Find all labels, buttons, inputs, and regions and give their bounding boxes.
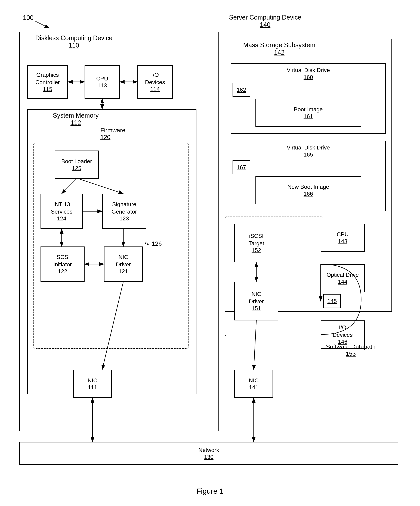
boot-image-box: Boot Image 161 [256,99,361,127]
nic-driver-151-box: NIC Driver 151 [234,282,278,320]
diagram: 100 Server Computing Device 140 Diskless… [0,0,420,506]
vdd-160-box: Virtual Disk Drive 160 Boot Image 161 [231,63,386,134]
label-126: ∿ 126 [144,240,162,247]
cpu-143-box: CPU 143 [321,224,365,252]
graphics-controller-box: Graphics Controller 115 [27,65,68,99]
nic-driver-121-box: NIC Driver 121 [104,246,143,282]
diskless-title: Diskless Computing Device 110 [35,34,112,49]
ref-num: 100 [23,14,34,21]
io-devices-114-box: I/O Devices 114 [137,65,173,99]
new-boot-image-box: New Boot Image 166 [256,176,361,204]
optical-drive-box: Optical Drive 144 [321,264,365,292]
box-145: 145 [323,294,341,308]
firmware-label: Firmware 120 [101,127,125,140]
nic-141-box: NIC 141 [234,370,273,398]
iscsi-target-box: iSCSI Target 152 [234,224,278,262]
nic-111-box: NIC 111 [73,370,112,398]
iscsi-init-box: iSCSI Initiator 122 [41,246,85,282]
boot-loader-box: Boot Loader 125 [55,151,99,179]
server-label: Server Computing Device 140 [229,14,301,28]
vdd-165-box: Virtual Disk Drive 165 New Boot Image 16… [231,141,386,211]
software-datapath-label: Software Datapath 153 [326,343,376,357]
figure-label: Figure 1 [0,487,420,495]
system-memory-title: System Memory 112 [53,112,99,126]
int13-box: INT 13 Services 124 [41,194,83,229]
network-box: Network 130 [19,442,398,465]
svg-line-4 [35,21,49,28]
cpu-113-box: CPU 113 [85,65,120,99]
box-167: 167 [233,160,250,174]
mass-storage-title: Mass Storage Subsystem 142 [243,41,315,56]
sig-gen-box: Signature Generator 123 [102,194,146,229]
box-162: 162 [233,83,250,97]
